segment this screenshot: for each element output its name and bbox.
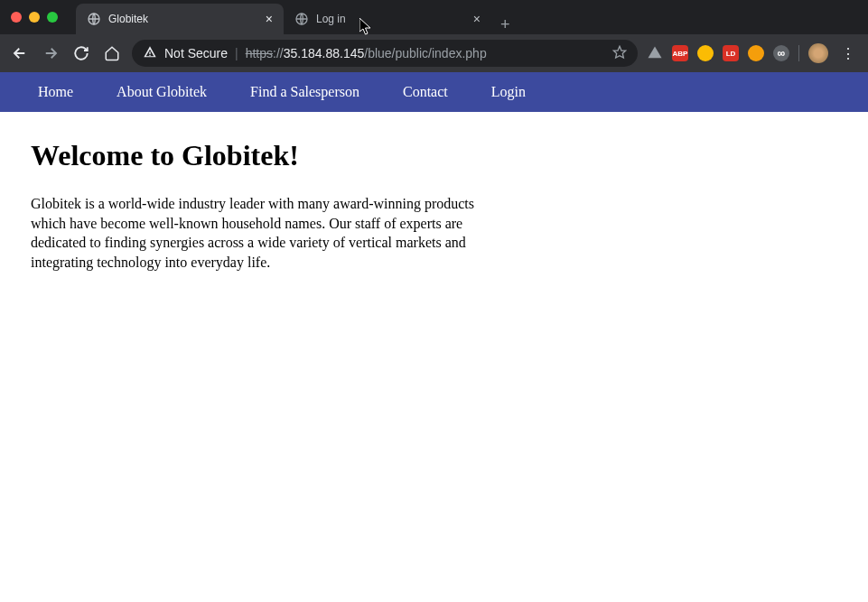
separator: | — [235, 46, 238, 60]
separator — [798, 45, 799, 61]
nav-salesperson[interactable]: Find a Salesperson — [250, 84, 359, 100]
globe-icon — [87, 12, 101, 26]
security-warning-icon — [143, 45, 157, 62]
close-tab-icon[interactable]: × — [266, 13, 273, 25]
window-controls — [11, 12, 58, 23]
reload-button[interactable] — [70, 42, 92, 64]
browser-menu-button[interactable]: ⋮ — [837, 45, 859, 62]
browser-chrome: Globitek × Log in × + — [0, 0, 868, 72]
ext-drive-icon[interactable] — [647, 45, 663, 61]
svg-marker-2 — [613, 46, 625, 58]
tab-title: Globitek — [108, 13, 260, 25]
page-heading: Welcome to Globitek! — [31, 139, 837, 172]
nav-login[interactable]: Login — [491, 84, 526, 100]
ext-coin-icon[interactable] — [697, 45, 714, 61]
ext-infinity-icon[interactable]: ∞ — [773, 45, 789, 61]
home-button[interactable] — [101, 42, 123, 64]
tab-globitek[interactable]: Globitek × — [76, 4, 284, 34]
tab-title: Log in — [316, 13, 468, 25]
page-content: Welcome to Globitek! Globitek is a world… — [0, 112, 868, 299]
new-tab-button[interactable]: + — [491, 15, 519, 34]
maximize-window-button[interactable] — [47, 12, 58, 23]
close-tab-icon[interactable]: × — [473, 13, 481, 25]
address-bar[interactable]: Not Secure | https://35.184.88.145/blue/… — [132, 40, 638, 67]
nav-home[interactable]: Home — [38, 84, 73, 100]
ext-cookie-icon[interactable] — [748, 45, 764, 61]
url-display: https://35.184.88.145/blue/public/index.… — [246, 46, 487, 60]
nav-contact[interactable]: Contact — [403, 84, 448, 100]
bookmark-star-icon[interactable] — [612, 45, 627, 62]
intro-paragraph: Globitek is a world-wide industry leader… — [31, 194, 482, 272]
minimize-window-button[interactable] — [29, 12, 40, 23]
back-button[interactable] — [9, 42, 31, 64]
ext-abp-icon[interactable]: ABP — [672, 45, 688, 61]
tab-strip: Globitek × Log in × + — [76, 0, 519, 34]
nav-about[interactable]: About Globitek — [117, 84, 207, 100]
toolbar: Not Secure | https://35.184.88.145/blue/… — [0, 34, 868, 72]
forward-button[interactable] — [40, 42, 61, 64]
extension-icons: ABP LD ∞ ⋮ — [647, 43, 859, 63]
security-status: Not Secure — [164, 46, 228, 60]
globe-icon — [294, 12, 309, 26]
tab-login[interactable]: Log in × — [284, 4, 491, 34]
ext-ld-icon[interactable]: LD — [723, 45, 739, 61]
close-window-button[interactable] — [11, 12, 22, 23]
profile-avatar[interactable] — [808, 43, 828, 63]
site-main-nav: Home About Globitek Find a Salesperson C… — [0, 72, 868, 112]
titlebar: Globitek × Log in × + — [0, 0, 868, 34]
